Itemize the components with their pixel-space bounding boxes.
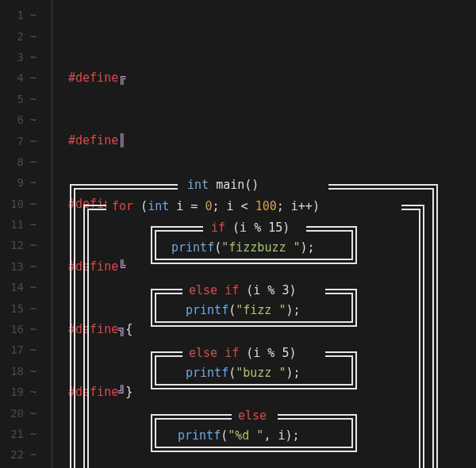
tilde-icon: ~ [24, 9, 43, 21]
gutter-line: 13~ [0, 256, 52, 277]
box-glyph: ║ [118, 130, 125, 151]
line-number: 14 [0, 281, 24, 293]
tilde-icon: ~ [24, 113, 43, 126]
line-number: 10 [0, 198, 24, 210]
line-number: 6 [0, 113, 24, 126]
svg-rect-9 [203, 219, 306, 235]
line-number: 8 [0, 155, 24, 168]
gutter-line: 3~ [0, 47, 52, 67]
tilde-icon: ~ [24, 176, 43, 189]
line-number: 16 [0, 323, 24, 336]
tilde-icon: ~ [24, 365, 43, 378]
tilde-icon: ~ [24, 239, 43, 251]
svg-rect-4 [84, 205, 424, 468]
elseif-header: else if (i % 5) [189, 346, 296, 360]
tilde-icon: ~ [24, 428, 43, 440]
tilde-icon: ~ [24, 135, 43, 148]
define-kw: #define [68, 256, 118, 277]
box-glyph: ╚ [118, 256, 125, 277]
svg-rect-2 [178, 176, 328, 192]
line-number: 12 [0, 239, 24, 251]
svg-text:int main(): int main() [187, 178, 259, 192]
define-line: #define ╔ [68, 67, 132, 88]
line-number: 2 [0, 30, 24, 43]
define-rep: } [125, 382, 132, 402]
gutter-line: 11~ [0, 214, 52, 235]
tilde-icon: ~ [24, 448, 43, 461]
line-number: 4 [0, 71, 24, 84]
svg-rect-18 [232, 407, 278, 423]
define-line: #define ║ [68, 130, 132, 151]
gutter-line: 21~ [0, 424, 52, 444]
line-number: 9 [0, 176, 24, 189]
gutter-line: 19~ [0, 382, 52, 402]
define-kw: #define [68, 194, 118, 214]
svg-rect-8 [155, 231, 352, 259]
svg-rect-6 [106, 198, 401, 213]
gutter-line: 16~ [0, 319, 52, 339]
printf-call: printf("%d ", i); [178, 428, 300, 443]
svg-rect-13 [152, 352, 356, 389]
tilde-icon: ~ [24, 281, 43, 293]
line-number: 7 [0, 135, 24, 148]
svg-rect-5 [88, 209, 420, 468]
line-number: 15 [0, 302, 24, 315]
line-number: 1 [0, 9, 24, 21]
svg-rect-16 [152, 415, 356, 451]
elseif-header: else if (i % 3) [189, 283, 296, 297]
printf-call: printf("fizzbuzz "); [171, 240, 315, 255]
box-glyph: ╝ [118, 382, 125, 402]
tilde-icon: ~ [24, 302, 43, 315]
tilde-icon: ~ [24, 93, 43, 105]
gutter-line: 6~ [0, 109, 52, 130]
gutter-line: 20~ [0, 402, 52, 423]
else-header: else [238, 409, 267, 423]
gutter-line: 7~ [0, 130, 52, 151]
tilde-icon: ~ [24, 30, 43, 43]
code-editor: 1~2~3~4~5~6~7~8~9~10~11~12~13~14~15~16~1… [0, 0, 476, 468]
line-number: 17 [0, 343, 24, 356]
gutter-line: 18~ [0, 361, 52, 382]
gutter-line: 1~ [0, 5, 52, 25]
tilde-icon: ~ [24, 71, 43, 84]
line-number: 11 [0, 218, 24, 231]
gutter-line: 8~ [0, 152, 52, 172]
svg-rect-12 [182, 282, 325, 297]
gutter-line: 15~ [0, 297, 52, 318]
define-line: #define ╝ } [68, 382, 132, 402]
line-number: 21 [0, 428, 24, 440]
gutter-line: 12~ [0, 235, 52, 255]
define-kw: #define [68, 130, 118, 151]
gutter: 1~2~3~4~5~6~7~8~9~10~11~12~13~14~15~16~1… [0, 0, 52, 468]
line-number: 20 [0, 407, 24, 420]
define-kw: #define [68, 319, 118, 339]
define-line: #define ╚ [68, 256, 132, 277]
svg-rect-14 [155, 356, 352, 385]
tilde-icon: ~ [24, 51, 43, 63]
if-header: if (i % 15) [211, 221, 290, 235]
svg-rect-7 [152, 227, 356, 263]
tilde-icon: ~ [24, 155, 43, 168]
gutter-line: 2~ [0, 25, 52, 46]
svg-rect-17 [155, 419, 352, 447]
box-glyph: ═ [118, 194, 125, 214]
svg-rect-10 [152, 290, 356, 326]
gutter-line: 9~ [0, 172, 52, 193]
tilde-icon: ~ [24, 343, 43, 356]
define-kw: #define [68, 382, 118, 402]
tilde-icon: ~ [24, 260, 43, 273]
line-number: 18 [0, 365, 24, 378]
tilde-icon: ~ [24, 218, 43, 231]
code-pane: #define ╔ #define ║ #define ═ #define ╚ … [52, 0, 132, 468]
gutter-line: 4~ [0, 67, 52, 88]
printf-call: printf("buzz "); [186, 366, 301, 380]
define-line: #define ═ [68, 194, 132, 214]
printf-call: printf("fizz "); [186, 303, 301, 317]
line-number: 5 [0, 93, 24, 105]
gutter-line: 10~ [0, 194, 52, 214]
svg-rect-15 [182, 344, 325, 360]
line-number: 13 [0, 260, 24, 273]
box-glyph: ╗ [118, 319, 125, 339]
line-number: 22 [0, 448, 24, 461]
gutter-line: 22~ [0, 444, 52, 465]
